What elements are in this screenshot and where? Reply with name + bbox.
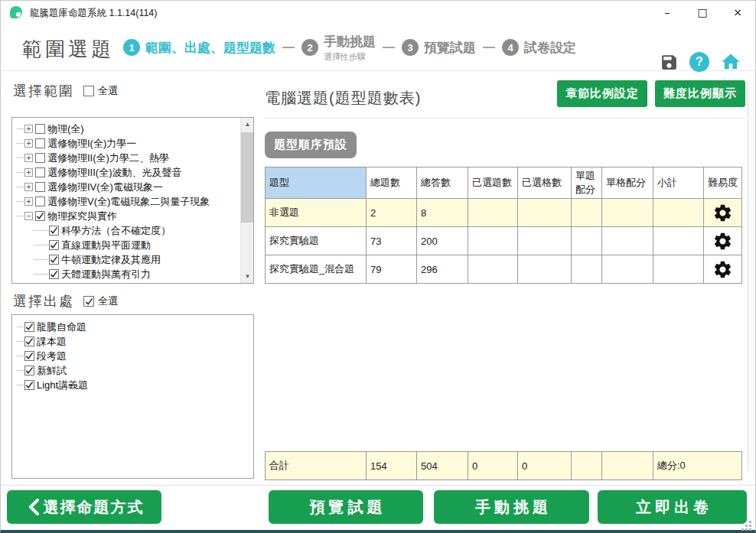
total-score: 總分:0	[653, 452, 742, 480]
tree-item[interactable]: +選修物理I(全)力學一	[17, 136, 238, 151]
tree-item-checkbox[interactable]	[35, 153, 45, 163]
panel-divider	[265, 118, 745, 119]
tree-item[interactable]: +物理(全)	[17, 122, 238, 136]
preview-questions-button[interactable]: 預覽試題	[269, 490, 423, 524]
totals-label: 合計	[266, 452, 367, 480]
table-row: 非選題28	[266, 199, 742, 227]
cell-selected-questions	[468, 255, 518, 284]
tree-item[interactable]: +選修物理IV(全)電磁現象一	[17, 180, 238, 194]
source-item[interactable]: 課本題	[17, 334, 249, 349]
tree-expander-icon[interactable]: +	[24, 168, 33, 177]
tree-item-checkbox[interactable]	[49, 255, 59, 265]
tree-item[interactable]: 直線運動與平面運動	[17, 238, 238, 252]
source-item-checkbox[interactable]	[24, 336, 34, 346]
cell-per-cell-score	[602, 255, 653, 284]
wizard-step-4[interactable]: 4試卷設定	[502, 39, 576, 57]
column-header: 難易度	[704, 167, 742, 199]
cell-total-answers: 200	[417, 227, 468, 255]
scope-select-all-checkbox[interactable]	[83, 86, 94, 96]
tree-item-checkbox[interactable]	[35, 124, 45, 134]
source-select-all[interactable]: 全選	[83, 294, 118, 308]
tree-item-checkbox[interactable]	[35, 211, 45, 221]
source-item-label: 龍騰自命題	[37, 320, 86, 334]
difficulty-gear-icon[interactable]	[704, 199, 742, 227]
source-item-checkbox[interactable]	[24, 380, 34, 390]
scroll-thumb[interactable]	[241, 132, 254, 223]
tree-item-label: 選修物理IV(全)電磁現象一	[47, 180, 163, 194]
tree-item-checkbox[interactable]	[35, 167, 45, 177]
tree-item[interactable]: 天體運動與萬有引力	[17, 267, 238, 281]
header-icons: ?	[660, 51, 741, 73]
tree-expander-icon[interactable]: +	[24, 125, 33, 133]
tree-item-checkbox[interactable]	[35, 182, 45, 192]
back-to-mode-button[interactable]: 選擇命題方式	[7, 490, 161, 524]
tree-expander-icon[interactable]: +	[24, 197, 33, 206]
source-item-label: 新鮮試	[37, 364, 67, 378]
tree-connector	[41, 245, 48, 245]
cell-selected-cells	[518, 199, 572, 227]
scroll-down-icon[interactable]: ▼	[241, 270, 254, 283]
source-item-checkbox[interactable]	[24, 351, 34, 361]
tree-expander-icon[interactable]: +	[24, 139, 33, 148]
scroll-up-icon[interactable]: ▲	[241, 118, 254, 131]
step-label: 預覽試題	[424, 39, 476, 57]
tree-item-checkbox[interactable]	[35, 197, 45, 206]
cell-per-question-score	[572, 199, 602, 227]
wizard-step-3[interactable]: 3預覽試題	[402, 39, 476, 57]
tree-item-checkbox[interactable]	[49, 226, 59, 236]
tree-connector	[17, 370, 24, 371]
chapter-ratio-button[interactable]: 章節比例設定	[557, 80, 647, 107]
source-item[interactable]: 段考題	[17, 349, 249, 363]
table-row: 探究實驗題73200	[266, 227, 742, 255]
maximize-button[interactable]: □	[685, 1, 720, 24]
scope-scrollbar[interactable]: ▲ ▼	[240, 118, 253, 283]
tree-expander-icon[interactable]: +	[24, 154, 33, 162]
close-button[interactable]: ×	[720, 1, 755, 24]
source-item[interactable]: 龍騰自命題	[17, 320, 249, 334]
resize-grip[interactable]	[749, 521, 751, 523]
cell-per-question-score	[572, 227, 602, 255]
tree-item[interactable]: +選修物理III(全)波動、光及聲音	[17, 165, 238, 180]
panel-scrollbar-track[interactable]	[748, 80, 754, 471]
source-item[interactable]: Light講義題	[17, 378, 249, 392]
tree-item[interactable]: 科學方法（合不確定度）	[17, 223, 238, 238]
wizard-step-1[interactable]: 1範圍、出處、題型題數	[123, 39, 275, 57]
scope-title: 選擇範圍	[13, 82, 74, 100]
tree-item[interactable]: −物理探究與實作	[17, 209, 238, 223]
type-order-preset-button[interactable]: 題型順序預設	[265, 132, 357, 158]
scope-select-all[interactable]: 全選	[83, 84, 118, 98]
wizard-step-2[interactable]: 2手動挑題選擇性步驟	[301, 33, 376, 63]
difficulty-gear-icon[interactable]	[704, 255, 742, 284]
tree-item-checkbox[interactable]	[49, 269, 59, 279]
difficulty-ratio-button[interactable]: 難度比例顯示	[655, 80, 745, 107]
save-icon[interactable]	[660, 53, 679, 72]
cell-total-answers: 296	[417, 255, 468, 284]
tree-item[interactable]: 牛頓運動定律及其應用	[17, 252, 238, 267]
page-title: 範圍選題	[22, 36, 114, 63]
manual-pick-button[interactable]: 手動挑題	[434, 490, 589, 524]
step-label: 試卷設定	[524, 39, 576, 57]
step-label: 範圍、出處、題型題數	[145, 39, 275, 57]
totals-per-cell-score	[602, 452, 653, 480]
source-item-checkbox[interactable]	[24, 322, 34, 332]
step-text: 範圍、出處、題型題數	[145, 39, 275, 57]
source-select-all-checkbox[interactable]	[83, 296, 94, 307]
tree-item[interactable]: +選修物理II(全)力學二、熱學	[17, 151, 238, 165]
source-item-checkbox[interactable]	[24, 366, 34, 375]
tree-item[interactable]: +選修物理V(全)電磁現象二與量子現象	[17, 194, 238, 209]
source-item[interactable]: 新鮮試	[17, 363, 249, 378]
home-icon[interactable]	[720, 51, 741, 73]
tree-item-checkbox[interactable]	[49, 240, 59, 250]
cell-subtotal	[653, 255, 704, 284]
tree-item-checkbox[interactable]	[35, 138, 45, 148]
generate-paper-button[interactable]: 立即出卷	[598, 490, 747, 524]
help-icon[interactable]: ?	[689, 52, 709, 72]
tree-connector	[41, 230, 48, 231]
minimize-button[interactable]: –	[650, 1, 685, 24]
column-header: 已選題數	[468, 167, 518, 199]
tree-item-label: 選修物理I(全)力學一	[47, 137, 136, 151]
difficulty-gear-icon[interactable]	[704, 227, 742, 255]
tree-connector	[17, 158, 24, 158]
tree-expander-icon[interactable]: −	[24, 212, 33, 220]
tree-expander-icon[interactable]: +	[24, 183, 33, 191]
